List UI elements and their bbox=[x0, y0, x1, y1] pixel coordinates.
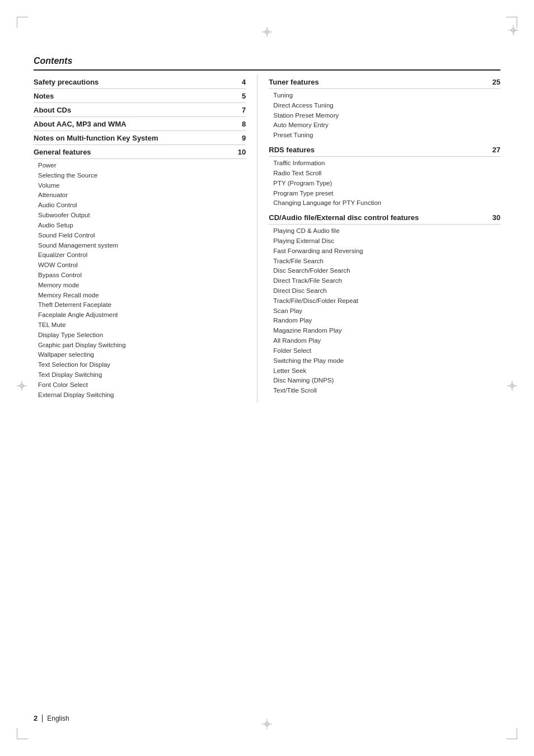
toc-section-page-safety: 4 bbox=[242, 78, 246, 86]
toc-sub-item: Font Color Select bbox=[38, 380, 246, 390]
page-title: Contents bbox=[34, 56, 500, 71]
toc-sub-item: TEL Mute bbox=[38, 320, 246, 330]
toc-sub-item: Preset Tuning bbox=[273, 130, 500, 141]
toc-section-title-tuner: Tuner features bbox=[269, 78, 318, 86]
toc-section-safety: Safety precautions4 bbox=[34, 75, 246, 89]
toc-section-page-cd-audio: 30 bbox=[493, 213, 500, 222]
toc-sub-item: Playing CD & Audio file bbox=[273, 226, 500, 236]
toc-sub-item: Playing External Disc bbox=[273, 236, 500, 246]
crosshair-top bbox=[262, 27, 272, 37]
toc-sub-item: Fast Forwarding and Reversing bbox=[273, 246, 500, 256]
toc-section-header-notes-multi: Notes on Multi-function Key System9 bbox=[34, 131, 246, 145]
toc-sub-list-cd-audio: Playing CD & Audio filePlaying External … bbox=[273, 226, 500, 396]
toc-section-notes-multi: Notes on Multi-function Key System9 bbox=[34, 131, 246, 145]
toc-section-title-about-cds: About CDs bbox=[34, 106, 71, 114]
toc-sub-item: Faceplate Angle Adjustment bbox=[38, 310, 246, 320]
toc-sub-item: Changing Language for PTY Function bbox=[273, 198, 500, 208]
toc-sub-item: Radio Text Scroll bbox=[273, 169, 500, 179]
toc-sub-item: Letter Seek bbox=[273, 366, 500, 376]
toc-section-title-general: General features bbox=[34, 148, 91, 156]
toc-section-page-general: 10 bbox=[238, 148, 246, 156]
toc-section-title-cd-audio: CD/Audio file/External disc control feat… bbox=[269, 213, 419, 222]
toc-section-header-safety: Safety precautions4 bbox=[34, 75, 246, 89]
toc-section-title-notes: Notes bbox=[34, 92, 54, 100]
toc-sub-item: Theft Deterrent Faceplate bbox=[38, 300, 246, 310]
toc-section-page-about-aac: 8 bbox=[242, 120, 246, 128]
crosshair-bottom bbox=[262, 719, 272, 729]
page-content: Contents Safety precautions4Notes5About … bbox=[34, 56, 500, 700]
toc-sub-item: Tuning bbox=[273, 91, 500, 101]
toc-sub-item: PTY (Program Type) bbox=[273, 179, 500, 189]
toc-sub-item: Disc Naming (DNPS) bbox=[273, 376, 500, 386]
toc-sub-item: Track/File/Disc/Folder Repeat bbox=[273, 296, 500, 306]
toc-sub-item: Traffic Information bbox=[273, 158, 500, 169]
toc-section-header-rds: RDS features27 bbox=[269, 143, 500, 157]
toc-sub-list-general: PowerSelecting the SourceVolumeAttenuato… bbox=[38, 161, 246, 400]
toc-section-rds: RDS features27Traffic InformationRadio T… bbox=[269, 143, 500, 208]
toc-sub-item: Display Type Selection bbox=[38, 330, 246, 340]
toc-sub-item: Wallpaper selecting bbox=[38, 350, 246, 360]
toc-sub-item: Auto Memory Entry bbox=[273, 120, 500, 130]
corner-mark-bl bbox=[17, 728, 28, 739]
toc-section-about-aac: About AAC, MP3 and WMA8 bbox=[34, 117, 246, 131]
toc-sub-item: Selecting the Source bbox=[38, 171, 246, 181]
toc-sub-item: Graphic part Display Switching bbox=[38, 340, 246, 351]
toc-section-page-notes-multi: 9 bbox=[242, 134, 246, 142]
toc-sub-item: Audio Control bbox=[38, 200, 246, 211]
crosshair-right-mid bbox=[507, 381, 517, 391]
toc-sub-item: Memory Recall mode bbox=[38, 291, 246, 301]
page-footer: 2 English bbox=[34, 714, 69, 722]
toc-section-header-tuner: Tuner features25 bbox=[269, 75, 500, 89]
toc-section-notes: Notes5 bbox=[34, 89, 246, 103]
toc-sub-item: Folder Select bbox=[273, 346, 500, 356]
toc-section-page-tuner: 25 bbox=[493, 78, 500, 86]
toc-sub-list-tuner: TuningDirect Access TuningStation Preset… bbox=[273, 91, 500, 141]
toc-sub-item: Equalizer Control bbox=[38, 250, 246, 260]
left-column: Safety precautions4Notes5About CDs7About… bbox=[34, 75, 257, 403]
toc-sub-item: Scan Play bbox=[273, 306, 500, 316]
toc-sub-item: All Random Play bbox=[273, 336, 500, 346]
crosshair-right-top bbox=[508, 25, 518, 35]
toc-columns: Safety precautions4Notes5About CDs7About… bbox=[34, 75, 500, 403]
footer-divider bbox=[42, 715, 43, 722]
toc-sub-item: Direct Track/File Search bbox=[273, 276, 500, 286]
toc-section-title-notes-multi: Notes on Multi-function Key System bbox=[34, 134, 158, 142]
toc-section-header-about-aac: About AAC, MP3 and WMA8 bbox=[34, 117, 246, 131]
toc-sub-item: Disc Search/Folder Search bbox=[273, 266, 500, 276]
toc-section-header-about-cds: About CDs7 bbox=[34, 103, 246, 117]
toc-section-header-notes: Notes5 bbox=[34, 89, 246, 103]
toc-sub-item: Text Selection for Display bbox=[38, 360, 246, 370]
crosshair-left-mid bbox=[17, 381, 27, 391]
right-column: Tuner features25TuningDirect Access Tuni… bbox=[257, 75, 500, 403]
toc-section-about-cds: About CDs7 bbox=[34, 103, 246, 117]
toc-sub-item: Subwoofer Output bbox=[38, 211, 246, 221]
toc-sub-item: Sound Management system bbox=[38, 241, 246, 251]
footer-language: English bbox=[47, 715, 69, 722]
toc-section-page-rds: 27 bbox=[493, 146, 500, 154]
toc-section-tuner: Tuner features25TuningDirect Access Tuni… bbox=[269, 75, 500, 141]
toc-sub-item: Direct Access Tuning bbox=[273, 101, 500, 111]
toc-sub-item: Random Play bbox=[273, 316, 500, 326]
toc-sub-item: Magazine Random Play bbox=[273, 326, 500, 336]
toc-sub-item: External Display Switching bbox=[38, 390, 246, 400]
toc-sub-item: WOW Control bbox=[38, 260, 246, 270]
toc-sub-list-rds: Traffic InformationRadio Text ScrollPTY … bbox=[273, 158, 500, 208]
toc-sub-item: Bypass Control bbox=[38, 270, 246, 281]
toc-sub-item: Direct Disc Search bbox=[273, 286, 500, 296]
toc-sub-item: Sound Field Control bbox=[38, 231, 246, 241]
toc-section-general: General features10PowerSelecting the Sou… bbox=[34, 145, 246, 400]
toc-sub-item: Track/File Search bbox=[273, 256, 500, 267]
toc-sub-item: Station Preset Memory bbox=[273, 111, 500, 121]
toc-sub-item: Text Display Switching bbox=[38, 370, 246, 380]
footer-page-number: 2 bbox=[34, 714, 38, 722]
toc-section-cd-audio: CD/Audio file/External disc control feat… bbox=[269, 211, 500, 396]
toc-section-title-rds: RDS features bbox=[269, 146, 315, 154]
toc-section-page-notes: 5 bbox=[242, 92, 246, 100]
toc-sub-item: Attenuator bbox=[38, 190, 246, 200]
toc-sub-item: Volume bbox=[38, 181, 246, 191]
corner-mark-br bbox=[506, 728, 517, 739]
toc-section-header-cd-audio: CD/Audio file/External disc control feat… bbox=[269, 211, 500, 225]
toc-sub-item: Memory mode bbox=[38, 281, 246, 291]
toc-section-title-safety: Safety precautions bbox=[34, 78, 99, 86]
toc-section-header-general: General features10 bbox=[34, 145, 246, 159]
